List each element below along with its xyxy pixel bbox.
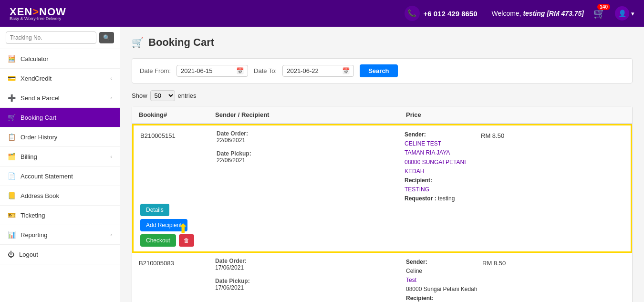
cart-button[interactable]: 🛒 140 bbox=[593, 8, 605, 19]
date-pickup-value-1: 22/06/2021 bbox=[217, 157, 245, 164]
sidebar-label-account-statement: Account Statement bbox=[21, 173, 73, 180]
date-to-calendar-icon[interactable]: 📅 bbox=[342, 67, 350, 74]
col-header-sender: Sender / Recipient bbox=[215, 111, 406, 118]
recipient-label-2: Recipient: bbox=[406, 295, 434, 302]
tracking-search-button[interactable]: 🔍 bbox=[99, 32, 114, 43]
sidebar-item-booking-cart[interactable]: 🛒 Booking Cart bbox=[0, 108, 120, 127]
sidebar-item-xendcredit[interactable]: 💳 XendCredit ‹ bbox=[0, 69, 120, 88]
user-chevron-icon: ▾ bbox=[631, 10, 634, 17]
billing-chevron-icon: ‹ bbox=[110, 154, 112, 159]
entries-label: entries bbox=[178, 92, 197, 99]
sender-info-1: Sender: CELINE TEST TAMAN RIA JAYA 08000… bbox=[405, 130, 481, 204]
table-header: Booking# Sender / Recipient Price bbox=[132, 106, 632, 124]
date-order-label-1: Date Order: bbox=[217, 130, 248, 137]
sidebar-item-reporting[interactable]: 📊 Reporting ‹ bbox=[0, 225, 120, 245]
sidebar-label-address-book: Address Book bbox=[21, 192, 59, 199]
entries-select[interactable]: 10 25 50 100 bbox=[150, 90, 175, 101]
table-row: B210005083 Date Order: 17/06/2021 Date P… bbox=[132, 253, 632, 302]
sender-area-1: TAMAN RIA JAYA bbox=[405, 149, 450, 156]
sidebar-label-order-history: Order History bbox=[21, 134, 57, 141]
main-content: 🛒 Booking Cart Date From: 📅 Date To: 📅 S… bbox=[120, 27, 644, 302]
booking-id-2: B210005083 bbox=[139, 258, 215, 267]
show-label: Show bbox=[132, 92, 147, 99]
sender-area-2: Test bbox=[406, 277, 416, 283]
reporting-icon: 📊 bbox=[8, 231, 16, 239]
requestor-value-1: testing bbox=[438, 195, 455, 202]
price-2: RM 8.50 bbox=[482, 258, 625, 267]
sidebar-label-billing: Billing bbox=[21, 153, 37, 160]
page-title-text: Booking Cart bbox=[148, 36, 214, 49]
table-row: B210005151 Date Order: 22/06/2021 Date P… bbox=[132, 124, 632, 253]
main-layout: 🔍 🧮 Calculator 💳 XendCredit ‹ ➕ Send a P… bbox=[0, 27, 644, 302]
billing-icon: 🗂️ bbox=[8, 153, 16, 160]
send-parcel-icon: ➕ bbox=[8, 94, 16, 102]
date-pickup-value-2: 17/06/2021 bbox=[215, 284, 244, 291]
sidebar-label-ticketing: Ticketing bbox=[21, 212, 45, 219]
sender-info-2: Sender: Celine Test 08000 Sungai Petani … bbox=[406, 258, 482, 302]
booking-cart-icon: 🛒 bbox=[8, 114, 16, 121]
booking-id-1: B210005151 bbox=[140, 130, 217, 139]
date-from-input[interactable] bbox=[181, 67, 233, 74]
phone-section: 📞 +6 012 429 8650 bbox=[405, 6, 478, 21]
sidebar-label-xendcredit: XendCredit bbox=[21, 75, 52, 82]
tracking-search-input[interactable] bbox=[6, 31, 96, 44]
col-header-booking: Booking# bbox=[139, 111, 215, 118]
sidebar-item-ticketing[interactable]: 🎫 Ticketing bbox=[0, 206, 120, 225]
page-title: 🛒 Booking Cart bbox=[132, 36, 633, 49]
details-button-1[interactable]: Details bbox=[140, 204, 169, 216]
top-navigation: XEN>NOW Easy & Worry-free Delivery 📞 +6 … bbox=[0, 0, 644, 27]
sidebar-item-account-statement[interactable]: 📄 Account Statement bbox=[0, 167, 120, 186]
sidebar-label-calculator: Calculator bbox=[21, 55, 49, 62]
welcome-label: Welcome, bbox=[492, 10, 523, 17]
recipient-name-1: TESTING bbox=[405, 186, 429, 193]
xendcredit-icon: 💳 bbox=[8, 74, 16, 82]
recipient-label-1: Recipient: bbox=[405, 177, 432, 184]
sender-label-2: Sender: bbox=[406, 259, 427, 265]
sidebar-item-billing[interactable]: 🗂️ Billing ‹ bbox=[0, 147, 120, 167]
show-entries-control: Show 10 25 50 100 entries bbox=[132, 90, 633, 101]
search-button[interactable]: Search bbox=[360, 64, 397, 77]
date-info-1: Date Order: 22/06/2021 Date Pickup: 22/0… bbox=[217, 130, 405, 164]
sidebar-item-order-history[interactable]: 📋 Order History bbox=[0, 127, 120, 147]
sidebar-label-reporting: Reporting bbox=[21, 231, 47, 239]
logo: XEN>NOW Easy & Worry-free Delivery bbox=[10, 6, 66, 21]
account-statement-icon: 📄 bbox=[8, 172, 16, 180]
sidebar-item-address-book[interactable]: 📒 Address Book bbox=[0, 186, 120, 206]
date-to-input-group: 📅 bbox=[282, 65, 354, 77]
sidebar-item-logout[interactable]: ⏻ Logout bbox=[0, 245, 120, 264]
user-menu[interactable]: 👤 ▾ bbox=[615, 6, 634, 21]
sender-city-1: 08000 SUNGAI PETANI KEDAH bbox=[405, 159, 466, 175]
reporting-chevron-icon: ‹ bbox=[110, 232, 112, 238]
sender-label-1: Sender: bbox=[405, 131, 426, 138]
date-from-label: Date From: bbox=[140, 67, 171, 74]
ticketing-icon: 🎫 bbox=[8, 211, 16, 219]
actions-1: Details Add Recipient Checkout 🗑 ⬆ bbox=[140, 204, 217, 247]
sender-name-2: Celine bbox=[406, 268, 422, 274]
page-title-cart-icon: 🛒 bbox=[132, 37, 144, 48]
sidebar-item-calculator[interactable]: 🧮 Calculator bbox=[0, 49, 120, 69]
price-1: RM 8.50 bbox=[481, 130, 624, 139]
booking-table: Booking# Sender / Recipient Price B21000… bbox=[132, 106, 633, 302]
date-from-calendar-icon[interactable]: 📅 bbox=[236, 67, 244, 74]
sender-name-1: CELINE TEST bbox=[405, 140, 441, 147]
welcome-message: Welcome, testing [RM 473.75] bbox=[492, 10, 584, 17]
date-pickup-label-1: Date Pickup: bbox=[217, 150, 251, 157]
checkout-arrow-indicator: ⬆ bbox=[177, 221, 188, 237]
date-from-input-group: 📅 bbox=[177, 65, 248, 77]
sidebar: 🔍 🧮 Calculator 💳 XendCredit ‹ ➕ Send a P… bbox=[0, 27, 120, 302]
col-header-price: Price bbox=[406, 111, 482, 118]
logout-icon: ⏻ bbox=[8, 250, 14, 258]
sidebar-label-logout: Logout bbox=[19, 251, 38, 258]
phone-number: +6 012 429 8650 bbox=[424, 10, 478, 18]
sidebar-item-send-parcel[interactable]: ➕ Send a Parcel ‹ bbox=[0, 88, 120, 108]
date-to-input[interactable] bbox=[287, 67, 339, 74]
welcome-user: testing [RM 473.75] bbox=[523, 10, 584, 17]
date-info-2: Date Order: 17/06/2021 Date Pickup: 17/0… bbox=[215, 258, 406, 291]
order-history-icon: 📋 bbox=[8, 133, 16, 141]
address-book-icon: 📒 bbox=[8, 192, 16, 199]
calculator-icon: 🧮 bbox=[8, 55, 16, 62]
sidebar-label-send-parcel: Send a Parcel bbox=[21, 94, 60, 102]
checkout-button-1[interactable]: Checkout bbox=[140, 234, 176, 247]
date-order-label-2: Date Order: bbox=[215, 258, 247, 264]
logo-tagline: Easy & Worry-free Delivery bbox=[10, 16, 66, 21]
